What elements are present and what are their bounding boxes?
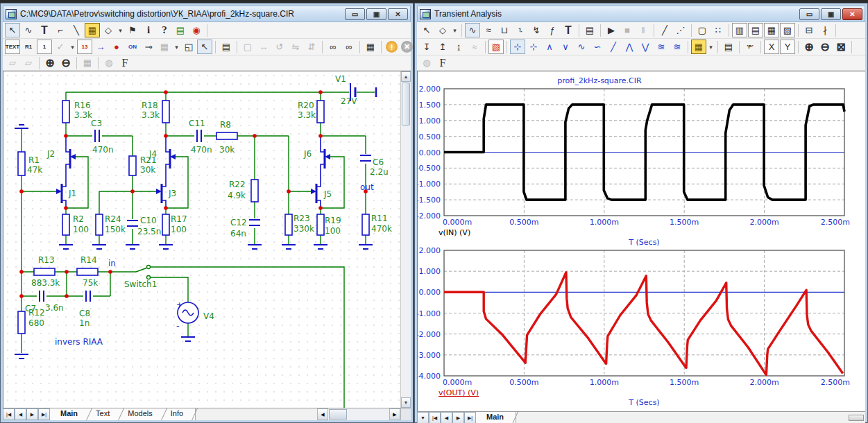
close-button[interactable]: ✕ xyxy=(842,8,862,20)
go-to-point-icon[interactable]: ▧ xyxy=(488,40,504,54)
text-attr-icon[interactable]: TEXT xyxy=(5,40,20,54)
find-next-icon[interactable]: ∞ xyxy=(341,40,357,54)
periodic-steady-state-icon[interactable]: 'P' xyxy=(742,40,758,54)
schematic-vscrollbar[interactable]: ▲ ▼ xyxy=(400,71,411,408)
tab-next-button[interactable]: ▶ xyxy=(452,412,464,423)
maximize-button[interactable]: ▣ xyxy=(821,8,841,20)
split-plot-icon[interactable]: ⊟ xyxy=(801,23,817,37)
slope-icon[interactable]: ╱ xyxy=(606,40,621,54)
cursor-left-right-icon[interactable]: ⊹ xyxy=(510,40,525,54)
scroll-thumb[interactable] xyxy=(329,409,347,420)
component-link-icon[interactable]: ▦ xyxy=(691,40,706,54)
tab-info[interactable]: Info xyxy=(164,408,189,420)
scroll-left-button[interactable]: ◀ xyxy=(317,408,328,420)
globe-icon[interactable]: ◍ xyxy=(419,55,434,70)
scale-tag-icon[interactable]: ⒈ xyxy=(513,23,528,37)
numeric-output-icon[interactable]: ▤ xyxy=(721,40,736,54)
tab-first-button[interactable]: |◀ xyxy=(3,408,15,420)
globe-icon[interactable]: ◍ xyxy=(101,55,117,70)
envelope-top-icon[interactable]: ≋ xyxy=(654,40,669,54)
scroll-down-button[interactable]: ▼ xyxy=(401,397,411,408)
move-icon[interactable]: ↔ xyxy=(256,40,271,54)
text-tool-icon[interactable]: T xyxy=(561,23,576,37)
tab-main[interactable]: Main xyxy=(480,412,510,423)
help-mode-icon[interactable]: ? xyxy=(157,23,172,37)
clip-waveform-icon[interactable]: ∤ xyxy=(817,23,833,37)
polyline-tool-icon[interactable]: ⋰ xyxy=(673,23,688,37)
switch-sw1[interactable] xyxy=(147,266,151,279)
legend-v(IN) (V)[interactable]: v(IN) (V) xyxy=(439,228,470,237)
cursor-mode-icon[interactable]: ↖ xyxy=(197,40,212,54)
border-icon[interactable]: ◱ xyxy=(181,40,196,54)
help-bubble-icon[interactable]: ! xyxy=(386,41,398,53)
shape-menu-dropdown[interactable]: ▾ xyxy=(117,23,124,37)
data-points-icon[interactable]: ∷ xyxy=(710,23,726,37)
attr-display-icon[interactable]: R1 xyxy=(21,40,36,54)
diag-line-icon[interactable]: ╲ xyxy=(69,23,84,37)
region-select-icon[interactable]: ▦ xyxy=(80,55,95,70)
zoom-in-icon[interactable]: ⊕ xyxy=(801,40,817,54)
shape-menu-icon[interactable]: ◇ xyxy=(435,23,450,37)
maximize-button[interactable]: ▣ xyxy=(366,8,386,20)
zoom-window-icon[interactable]: ⊠ xyxy=(833,40,849,54)
tracker-icon[interactable]: ≈ xyxy=(467,40,482,54)
pause-button[interactable]: ‖ xyxy=(636,23,651,37)
ortho-wire-icon[interactable]: ⌐ xyxy=(53,23,68,37)
properties-icon[interactable]: ▤ xyxy=(582,23,597,37)
measure-icon[interactable]: ⊸ xyxy=(141,40,156,54)
schematic-titlebar[interactable]: C:\MC9\DATA\Petrov\switching distortion\… xyxy=(3,6,411,22)
zoom-out-icon[interactable]: ⊖ xyxy=(817,40,833,54)
legend-v(OUT) (V)[interactable]: v(OUT) (V) xyxy=(439,388,479,397)
line-tool-icon[interactable]: ╱ xyxy=(657,23,672,37)
tab-last-button[interactable]: ▶| xyxy=(38,408,50,420)
tab-main[interactable]: Main xyxy=(54,408,84,420)
zoom-in-icon[interactable]: ⊕ xyxy=(42,55,58,70)
tab-next-button[interactable]: ▶ xyxy=(26,408,38,420)
paste-special-icon[interactable]: ▱ xyxy=(21,55,36,70)
analysis-titlebar[interactable]: Transient Analysis ▭▣✕ xyxy=(417,6,865,22)
cursor-next-icon[interactable]: ⊹ xyxy=(526,40,541,54)
find-component-icon[interactable]: ▦ xyxy=(85,23,100,37)
close-button[interactable]: ✕ xyxy=(388,8,408,20)
peak-icon[interactable]: ∧ xyxy=(542,40,557,54)
flag-mode-icon[interactable]: ⚑ xyxy=(125,23,140,37)
tab-prev-button[interactable]: ◀ xyxy=(15,408,26,420)
envelope-bottom-icon[interactable]: ≋ xyxy=(670,40,685,54)
mirror-icon[interactable]: ⇋ xyxy=(288,40,303,54)
peak-next-icon[interactable]: ∿ xyxy=(574,40,589,54)
tag-x-icon[interactable]: ↧ xyxy=(419,40,434,54)
pin-numbers-icon[interactable]: 13 xyxy=(77,40,92,54)
run-button[interactable]: ▶ xyxy=(604,23,619,37)
plot-page[interactable]: 2.0001.5001.0000.5000.000-0.500-1.000-1.… xyxy=(417,71,865,411)
select-region-icon[interactable]: ▢ xyxy=(695,23,710,37)
vip-dropdown[interactable]: ▾ xyxy=(69,40,76,54)
tab-last-button[interactable]: ▶| xyxy=(464,412,476,423)
minimize-button[interactable]: ▭ xyxy=(799,8,819,20)
find-icon[interactable]: ∞ xyxy=(325,40,341,54)
flip-icon[interactable]: ⇵ xyxy=(304,40,319,54)
grid-icon[interactable]: ▦ xyxy=(157,40,172,54)
select-box-icon[interactable]: ▢ xyxy=(240,40,255,54)
state-display-icon[interactable]: ON xyxy=(125,40,140,54)
select-tool[interactable]: ↖ xyxy=(5,23,20,37)
font-icon[interactable]: F xyxy=(435,55,450,70)
horizontal-tag-icon[interactable]: ⊔ xyxy=(497,23,512,37)
scroll-right-button[interactable]: ▶ xyxy=(389,408,400,420)
shape-menu-icon[interactable]: ◇ xyxy=(101,23,116,37)
rotate-icon[interactable]: ↺ xyxy=(272,40,287,54)
pattern-horizontal-icon[interactable]: ▤ xyxy=(748,23,763,37)
stop-button[interactable]: ■ xyxy=(620,23,635,37)
schematic-svg[interactable]: V1 27V R16 3.3k R18 3.3k R20 3.3k C3 470… xyxy=(3,71,401,408)
pattern-dotted-icon[interactable]: ▨ xyxy=(780,23,795,37)
info-window-icon[interactable]: ▦ xyxy=(363,40,378,54)
info-mode-icon[interactable]: i xyxy=(141,23,156,37)
close-all-icon[interactable]: ✕ xyxy=(401,41,413,53)
tag-y-icon[interactable]: ↥ xyxy=(435,40,450,54)
tab-first-button[interactable]: |◀ xyxy=(429,412,441,423)
page-copy-icon[interactable]: ▤ xyxy=(173,23,188,37)
shape-menu-dropdown[interactable]: ▾ xyxy=(451,23,459,37)
tab-prev-button[interactable]: ◀ xyxy=(441,412,452,423)
node-numbers-icon[interactable]: 1 xyxy=(37,40,52,54)
valley-icon[interactable]: ∨ xyxy=(558,40,573,54)
properties-icon[interactable]: ▤ xyxy=(219,40,234,54)
